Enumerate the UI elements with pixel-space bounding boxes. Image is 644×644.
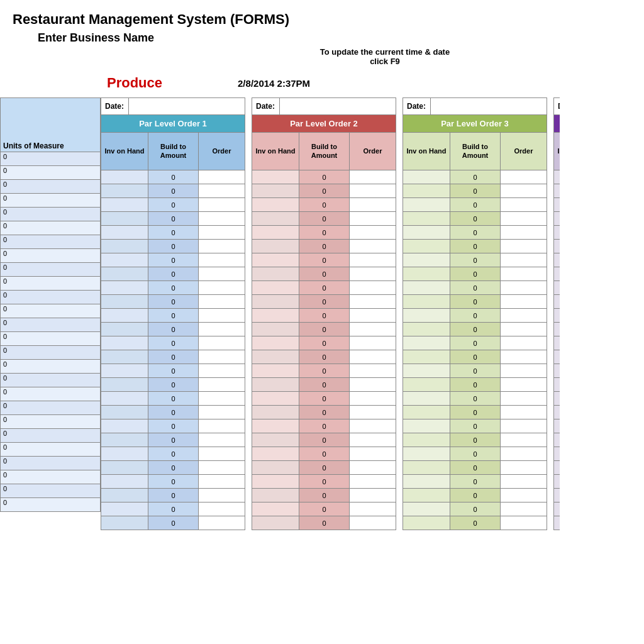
par1-build-cell: 0	[148, 489, 199, 502]
par3-inv-cell	[403, 433, 450, 447]
par1-inv-cell	[101, 198, 148, 211]
par4-inv-cell	[554, 502, 560, 516]
par2-inv-cell	[252, 170, 299, 184]
par1-build-header: Build to Amount	[148, 133, 199, 170]
par3-date-row: Date:	[402, 97, 547, 115]
par2-block: Date: Par Level Order 2 Inv on Hand Buil…	[252, 97, 396, 530]
par4-inv-cell	[554, 364, 560, 377]
par1-inv-cell	[101, 184, 148, 197]
table-row: 0	[101, 212, 245, 226]
par1-block: Date: Par Level Order 1 Inv on Hand Buil…	[101, 97, 245, 530]
table-row: 0	[101, 378, 245, 392]
app-title: Restaurant Management System (FORMS)	[13, 11, 631, 28]
par3-inv-cell	[403, 447, 450, 460]
table-row: 0	[252, 309, 396, 323]
table-row: 0	[101, 336, 245, 350]
par3-inv-cell	[403, 295, 450, 308]
par1-inv-cell	[101, 433, 148, 447]
par3-inv-cell	[403, 253, 450, 267]
par3-order-cell	[501, 281, 547, 294]
table-row: 0	[402, 392, 547, 406]
par3-order-cell	[501, 309, 547, 322]
par3-build-cell: 0	[450, 502, 501, 516]
par1-build-cell: 0	[148, 447, 199, 460]
par3-build-cell: 0	[450, 392, 501, 405]
table-row: 0	[402, 516, 547, 530]
par2-build-cell: 0	[299, 323, 350, 336]
table-row: 0	[553, 419, 560, 433]
par1-order-cell	[199, 295, 245, 308]
par2-order-cell	[350, 226, 396, 239]
table-row: 0	[402, 336, 547, 350]
table-row: 0	[252, 267, 396, 281]
table-row: 0	[553, 253, 560, 267]
par1-inv-cell	[101, 502, 148, 516]
table-row: 0	[402, 212, 547, 226]
par4-header: Par Level Order 4	[553, 115, 560, 133]
table-row: 0	[252, 433, 396, 447]
par1-order-cell	[199, 281, 245, 294]
par2-order-cell	[350, 184, 396, 197]
par2-order-cell	[350, 198, 396, 211]
units-cell: 0	[0, 208, 101, 221]
par3-order-cell	[501, 502, 547, 516]
table-row: 0	[101, 198, 245, 212]
par3-date-input[interactable]	[431, 98, 547, 114]
table-row: 0	[101, 323, 245, 336]
par3-order-cell	[501, 419, 547, 433]
par1-col-headers: Inv on Hand Build to Amount Order	[101, 133, 245, 170]
par2-date-input[interactable]	[280, 98, 396, 114]
table-row: 0	[252, 226, 396, 240]
units-cell: 0	[0, 304, 101, 318]
table-row: 0	[553, 309, 560, 323]
units-cell: 0	[0, 235, 101, 249]
par3-order-cell	[501, 516, 547, 530]
table-row: 0	[553, 406, 560, 419]
units-cell: 0	[0, 484, 101, 498]
par4-inv-cell	[554, 419, 560, 433]
table-row: 0	[553, 323, 560, 336]
par3-order-cell	[501, 489, 547, 502]
par2-data-rows: 00000000000000000000000000	[252, 170, 396, 530]
par1-build-cell: 0	[148, 502, 199, 516]
par1-order-cell	[199, 323, 245, 336]
par1-order-cell	[199, 253, 245, 267]
table-row: 0	[252, 198, 396, 212]
table-row: 0	[252, 447, 396, 461]
par1-build-cell: 0	[148, 267, 199, 280]
par1-date-input[interactable]	[129, 98, 245, 114]
table-row: 0	[252, 392, 396, 406]
par3-order-cell	[501, 475, 547, 488]
par2-build-cell: 0	[299, 281, 350, 294]
par2-inv-cell	[252, 489, 299, 502]
par2-inv-cell	[252, 253, 299, 267]
par2-inv-cell	[252, 281, 299, 294]
table-row: 0	[101, 419, 245, 433]
units-cell: 0	[0, 387, 101, 401]
par2-header: Par Level Order 2	[252, 115, 396, 133]
par2-order-header: Order	[350, 133, 396, 170]
units-cell: 0	[0, 332, 101, 346]
par3-order-cell	[501, 336, 547, 350]
par1-order-cell	[199, 502, 245, 516]
par1-inv-cell	[101, 516, 148, 530]
par2-inv-cell	[252, 226, 299, 239]
par2-order-cell	[350, 212, 396, 225]
table-row: 0	[101, 502, 245, 516]
par3-inv-cell	[403, 406, 450, 419]
table-row: 0	[252, 295, 396, 309]
par3-order-cell	[501, 433, 547, 447]
par3-build-header: Build to Amount	[450, 133, 501, 170]
par3-build-cell: 0	[450, 489, 501, 502]
par1-build-cell: 0	[148, 309, 199, 322]
header: Restaurant Management System (FORMS) Ent…	[0, 6, 644, 70]
table-row: 0	[553, 240, 560, 253]
par1-inv-cell	[101, 447, 148, 460]
par1-build-cell: 0	[148, 433, 199, 447]
table-row: 0	[101, 475, 245, 489]
table-row: 0	[402, 240, 547, 253]
table-row: 0	[252, 212, 396, 226]
par2-order-cell	[350, 336, 396, 350]
par3-build-cell: 0	[450, 240, 501, 253]
par4-inv-cell	[554, 198, 560, 211]
